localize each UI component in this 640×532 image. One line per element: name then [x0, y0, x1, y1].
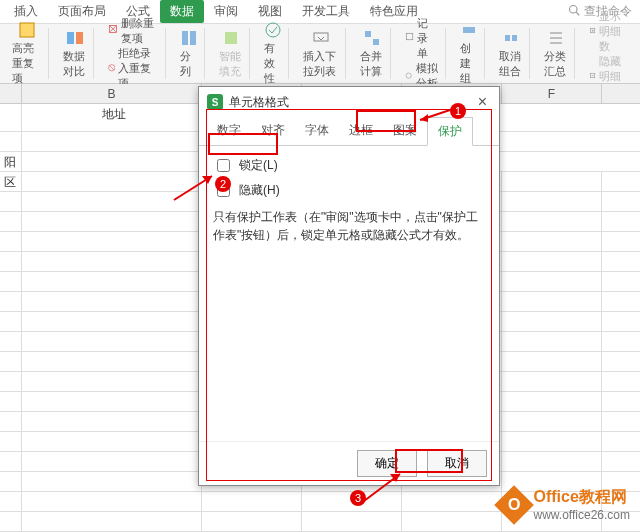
cell[interactable] [502, 292, 602, 311]
cell[interactable] [502, 352, 602, 371]
ungroup-button[interactable]: 取消组合 [499, 29, 523, 79]
cell[interactable] [202, 492, 302, 511]
cell[interactable] [22, 212, 202, 231]
row-header[interactable] [0, 172, 22, 191]
tab-data[interactable]: 数据 [160, 0, 204, 23]
tab-insert[interactable]: 插入 [4, 0, 48, 23]
cell[interactable] [22, 512, 202, 531]
validity-button[interactable]: 有效性 [264, 21, 282, 86]
tab-dev[interactable]: 开发工具 [292, 0, 360, 23]
cell[interactable] [22, 372, 202, 391]
svg-point-0 [570, 6, 578, 14]
cell[interactable] [22, 172, 202, 191]
cell[interactable] [502, 252, 602, 271]
row-header[interactable] [0, 412, 22, 431]
cell[interactable] [502, 192, 602, 211]
smart-fill-button[interactable]: 智能填充 [219, 29, 243, 79]
cell[interactable] [502, 452, 602, 471]
cell[interactable] [22, 152, 202, 171]
dtab-protect[interactable]: 保护 [427, 117, 473, 146]
row-header[interactable] [0, 272, 22, 291]
dtab-pattern[interactable]: 图案 [383, 117, 427, 145]
cell[interactable] [22, 352, 202, 371]
split-col-button[interactable]: 分列 [180, 29, 198, 79]
row-header[interactable] [0, 432, 22, 451]
create-group-button[interactable]: 创建组 [460, 21, 478, 86]
cell[interactable] [202, 512, 302, 531]
data-compare-button[interactable]: 数据对比 [63, 29, 87, 79]
row-header[interactable] [0, 512, 22, 531]
row-header[interactable] [0, 472, 22, 491]
row-header[interactable] [0, 252, 22, 271]
row-header[interactable] [0, 192, 22, 211]
row-header[interactable] [0, 292, 22, 311]
consolidate-button[interactable]: 合并计算 [360, 29, 384, 79]
cell[interactable] [502, 232, 602, 251]
subtotal-button[interactable]: 分类汇总 [544, 29, 568, 79]
dtab-font[interactable]: 字体 [295, 117, 339, 145]
dialog-close-button[interactable]: × [474, 93, 491, 111]
cell[interactable] [22, 292, 202, 311]
cell[interactable] [22, 332, 202, 351]
row-header[interactable] [0, 352, 22, 371]
tab-view[interactable]: 视图 [248, 0, 292, 23]
cell[interactable] [22, 132, 202, 151]
hide-checkbox[interactable] [217, 184, 230, 197]
row-header[interactable] [0, 132, 22, 151]
cell[interactable] [502, 212, 602, 231]
col-header-B[interactable]: B [22, 84, 202, 103]
cell[interactable]: 地址 [22, 104, 202, 131]
cell[interactable] [502, 272, 602, 291]
cell[interactable] [22, 232, 202, 251]
del-dup-button[interactable]: 删除重复项 [108, 16, 159, 46]
row-header[interactable] [0, 332, 22, 351]
cell[interactable] [22, 252, 202, 271]
cell[interactable] [22, 452, 202, 471]
cell[interactable] [402, 492, 502, 511]
cell[interactable] [22, 432, 202, 451]
dtab-border[interactable]: 边框 [339, 117, 383, 145]
show-detail-button[interactable]: 显示明细数 [589, 9, 628, 54]
row-header[interactable] [0, 104, 22, 131]
cell[interactable] [402, 512, 502, 531]
cell[interactable] [22, 192, 202, 211]
record-form-button[interactable]: 记录单 [405, 16, 438, 61]
highlight-dup-button[interactable]: 高亮重复项 [12, 21, 42, 86]
cell[interactable] [22, 312, 202, 331]
cell[interactable] [302, 492, 402, 511]
cancel-button[interactable]: 取消 [427, 450, 487, 477]
cell[interactable] [22, 272, 202, 291]
insert-dropdown-button[interactable]: 插入下拉列表 [303, 29, 339, 79]
svg-point-13 [266, 23, 280, 37]
cell[interactable] [22, 472, 202, 491]
cell[interactable] [502, 432, 602, 451]
row-header[interactable] [0, 232, 22, 251]
cell[interactable] [502, 332, 602, 351]
row-header[interactable] [0, 212, 22, 231]
lock-checkbox[interactable] [217, 159, 230, 172]
cell[interactable] [502, 392, 602, 411]
tab-review[interactable]: 审阅 [204, 0, 248, 23]
row-header[interactable] [0, 312, 22, 331]
row-header[interactable] [0, 392, 22, 411]
row-header[interactable] [0, 372, 22, 391]
cell[interactable] [22, 392, 202, 411]
cell[interactable] [502, 412, 602, 431]
ok-button[interactable]: 确定 [357, 450, 417, 477]
col-header-F[interactable]: F [502, 84, 602, 103]
row-corner[interactable] [0, 84, 22, 103]
cell[interactable] [502, 172, 602, 191]
row-header[interactable]: 阳区 [0, 152, 22, 171]
cell[interactable] [502, 312, 602, 331]
dtab-number[interactable]: 数字 [207, 117, 251, 145]
cell[interactable] [302, 512, 402, 531]
tab-page-layout[interactable]: 页面布局 [48, 0, 116, 23]
dtab-align[interactable]: 对齐 [251, 117, 295, 145]
cell[interactable] [22, 412, 202, 431]
svg-rect-10 [182, 31, 188, 45]
dialog-titlebar[interactable]: S 单元格格式 × [199, 87, 499, 117]
row-header[interactable] [0, 492, 22, 511]
cell[interactable] [502, 372, 602, 391]
row-header[interactable] [0, 452, 22, 471]
cell[interactable] [22, 492, 202, 511]
